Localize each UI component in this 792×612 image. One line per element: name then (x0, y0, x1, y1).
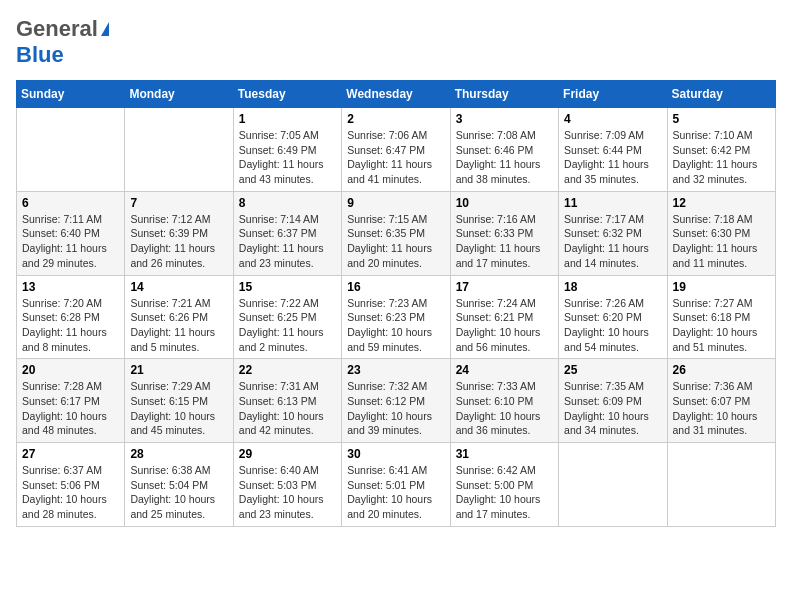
day-cell: 25Sunrise: 7:35 AMSunset: 6:09 PMDayligh… (559, 359, 667, 443)
week-row-1: 1Sunrise: 7:05 AMSunset: 6:49 PMDaylight… (17, 108, 776, 192)
header-saturday: Saturday (667, 81, 775, 108)
day-info: Sunrise: 7:36 AMSunset: 6:07 PMDaylight:… (673, 379, 770, 438)
day-info: Sunrise: 7:18 AMSunset: 6:30 PMDaylight:… (673, 212, 770, 271)
day-info: Sunrise: 7:35 AMSunset: 6:09 PMDaylight:… (564, 379, 661, 438)
header-thursday: Thursday (450, 81, 558, 108)
day-cell: 7Sunrise: 7:12 AMSunset: 6:39 PMDaylight… (125, 191, 233, 275)
day-cell: 17Sunrise: 7:24 AMSunset: 6:21 PMDayligh… (450, 275, 558, 359)
day-number: 2 (347, 112, 444, 126)
day-info: Sunrise: 7:27 AMSunset: 6:18 PMDaylight:… (673, 296, 770, 355)
week-row-5: 27Sunrise: 6:37 AMSunset: 5:06 PMDayligh… (17, 443, 776, 527)
day-number: 6 (22, 196, 119, 210)
logo: General Blue (16, 16, 109, 68)
day-info: Sunrise: 7:20 AMSunset: 6:28 PMDaylight:… (22, 296, 119, 355)
day-info: Sunrise: 7:06 AMSunset: 6:47 PMDaylight:… (347, 128, 444, 187)
day-number: 4 (564, 112, 661, 126)
day-info: Sunrise: 7:26 AMSunset: 6:20 PMDaylight:… (564, 296, 661, 355)
day-cell: 1Sunrise: 7:05 AMSunset: 6:49 PMDaylight… (233, 108, 341, 192)
day-cell: 3Sunrise: 7:08 AMSunset: 6:46 PMDaylight… (450, 108, 558, 192)
day-info: Sunrise: 7:05 AMSunset: 6:49 PMDaylight:… (239, 128, 336, 187)
header-wednesday: Wednesday (342, 81, 450, 108)
day-cell: 24Sunrise: 7:33 AMSunset: 6:10 PMDayligh… (450, 359, 558, 443)
day-cell: 15Sunrise: 7:22 AMSunset: 6:25 PMDayligh… (233, 275, 341, 359)
day-number: 26 (673, 363, 770, 377)
day-number: 8 (239, 196, 336, 210)
day-cell: 31Sunrise: 6:42 AMSunset: 5:00 PMDayligh… (450, 443, 558, 527)
day-cell: 8Sunrise: 7:14 AMSunset: 6:37 PMDaylight… (233, 191, 341, 275)
calendar-table: SundayMondayTuesdayWednesdayThursdayFrid… (16, 80, 776, 527)
day-cell (17, 108, 125, 192)
day-cell: 18Sunrise: 7:26 AMSunset: 6:20 PMDayligh… (559, 275, 667, 359)
day-number: 24 (456, 363, 553, 377)
day-number: 16 (347, 280, 444, 294)
day-cell: 20Sunrise: 7:28 AMSunset: 6:17 PMDayligh… (17, 359, 125, 443)
day-info: Sunrise: 7:21 AMSunset: 6:26 PMDaylight:… (130, 296, 227, 355)
day-number: 23 (347, 363, 444, 377)
day-number: 11 (564, 196, 661, 210)
day-number: 22 (239, 363, 336, 377)
day-cell: 14Sunrise: 7:21 AMSunset: 6:26 PMDayligh… (125, 275, 233, 359)
day-number: 9 (347, 196, 444, 210)
day-number: 28 (130, 447, 227, 461)
day-number: 18 (564, 280, 661, 294)
day-info: Sunrise: 7:08 AMSunset: 6:46 PMDaylight:… (456, 128, 553, 187)
day-number: 12 (673, 196, 770, 210)
header-monday: Monday (125, 81, 233, 108)
day-info: Sunrise: 7:23 AMSunset: 6:23 PMDaylight:… (347, 296, 444, 355)
day-info: Sunrise: 7:32 AMSunset: 6:12 PMDaylight:… (347, 379, 444, 438)
day-cell: 2Sunrise: 7:06 AMSunset: 6:47 PMDaylight… (342, 108, 450, 192)
header-sunday: Sunday (17, 81, 125, 108)
day-cell: 6Sunrise: 7:11 AMSunset: 6:40 PMDaylight… (17, 191, 125, 275)
week-row-3: 13Sunrise: 7:20 AMSunset: 6:28 PMDayligh… (17, 275, 776, 359)
day-info: Sunrise: 7:33 AMSunset: 6:10 PMDaylight:… (456, 379, 553, 438)
day-number: 13 (22, 280, 119, 294)
day-number: 20 (22, 363, 119, 377)
day-number: 10 (456, 196, 553, 210)
day-number: 31 (456, 447, 553, 461)
page-header: General Blue (16, 16, 776, 68)
day-info: Sunrise: 6:37 AMSunset: 5:06 PMDaylight:… (22, 463, 119, 522)
day-info: Sunrise: 7:15 AMSunset: 6:35 PMDaylight:… (347, 212, 444, 271)
day-info: Sunrise: 6:38 AMSunset: 5:04 PMDaylight:… (130, 463, 227, 522)
day-number: 27 (22, 447, 119, 461)
day-info: Sunrise: 6:42 AMSunset: 5:00 PMDaylight:… (456, 463, 553, 522)
day-info: Sunrise: 7:16 AMSunset: 6:33 PMDaylight:… (456, 212, 553, 271)
weekday-header-row: SundayMondayTuesdayWednesdayThursdayFrid… (17, 81, 776, 108)
week-row-4: 20Sunrise: 7:28 AMSunset: 6:17 PMDayligh… (17, 359, 776, 443)
day-cell (559, 443, 667, 527)
day-cell (667, 443, 775, 527)
logo-icon (101, 22, 109, 36)
day-number: 21 (130, 363, 227, 377)
day-number: 15 (239, 280, 336, 294)
header-tuesday: Tuesday (233, 81, 341, 108)
day-info: Sunrise: 7:17 AMSunset: 6:32 PMDaylight:… (564, 212, 661, 271)
day-number: 1 (239, 112, 336, 126)
day-cell: 19Sunrise: 7:27 AMSunset: 6:18 PMDayligh… (667, 275, 775, 359)
day-info: Sunrise: 7:09 AMSunset: 6:44 PMDaylight:… (564, 128, 661, 187)
day-cell: 4Sunrise: 7:09 AMSunset: 6:44 PMDaylight… (559, 108, 667, 192)
logo-general-text: General (16, 16, 98, 42)
day-info: Sunrise: 7:24 AMSunset: 6:21 PMDaylight:… (456, 296, 553, 355)
day-info: Sunrise: 7:28 AMSunset: 6:17 PMDaylight:… (22, 379, 119, 438)
day-info: Sunrise: 7:14 AMSunset: 6:37 PMDaylight:… (239, 212, 336, 271)
day-cell: 26Sunrise: 7:36 AMSunset: 6:07 PMDayligh… (667, 359, 775, 443)
day-number: 19 (673, 280, 770, 294)
day-number: 7 (130, 196, 227, 210)
day-info: Sunrise: 6:41 AMSunset: 5:01 PMDaylight:… (347, 463, 444, 522)
day-number: 17 (456, 280, 553, 294)
day-number: 14 (130, 280, 227, 294)
day-cell: 16Sunrise: 7:23 AMSunset: 6:23 PMDayligh… (342, 275, 450, 359)
header-friday: Friday (559, 81, 667, 108)
day-info: Sunrise: 7:29 AMSunset: 6:15 PMDaylight:… (130, 379, 227, 438)
day-cell: 21Sunrise: 7:29 AMSunset: 6:15 PMDayligh… (125, 359, 233, 443)
day-info: Sunrise: 7:10 AMSunset: 6:42 PMDaylight:… (673, 128, 770, 187)
day-cell: 11Sunrise: 7:17 AMSunset: 6:32 PMDayligh… (559, 191, 667, 275)
day-info: Sunrise: 7:31 AMSunset: 6:13 PMDaylight:… (239, 379, 336, 438)
day-number: 3 (456, 112, 553, 126)
day-info: Sunrise: 7:11 AMSunset: 6:40 PMDaylight:… (22, 212, 119, 271)
day-cell (125, 108, 233, 192)
day-cell: 29Sunrise: 6:40 AMSunset: 5:03 PMDayligh… (233, 443, 341, 527)
day-cell: 27Sunrise: 6:37 AMSunset: 5:06 PMDayligh… (17, 443, 125, 527)
day-cell: 30Sunrise: 6:41 AMSunset: 5:01 PMDayligh… (342, 443, 450, 527)
day-number: 25 (564, 363, 661, 377)
